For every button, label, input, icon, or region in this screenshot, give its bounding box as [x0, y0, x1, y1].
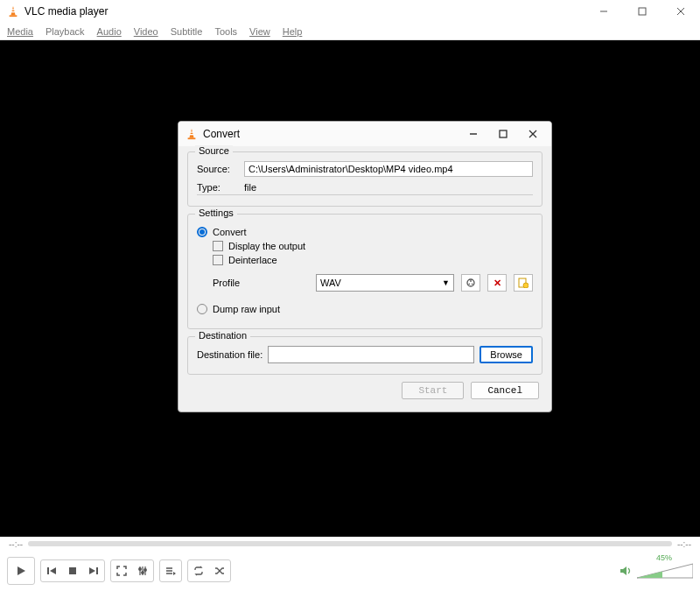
source-input[interactable] [244, 161, 533, 177]
svg-rect-32 [500, 130, 507, 137]
main-titlebar: VLC media player [0, 0, 700, 23]
display-output-label: Display the output [228, 241, 305, 251]
profile-label: Profile [213, 278, 309, 288]
browse-button[interactable]: Browse [480, 346, 533, 363]
svg-point-17 [139, 568, 142, 571]
prev-button[interactable] [43, 562, 60, 580]
start-button[interactable]: Start [402, 382, 464, 399]
source-group-title: Source [195, 145, 233, 156]
fullscreen-button[interactable] [113, 562, 130, 580]
settings-group: Settings Convert Display the output Dein… [187, 214, 542, 329]
next-button[interactable] [85, 562, 102, 580]
svg-marker-0 [10, 6, 15, 16]
minimize-button[interactable] [584, 0, 623, 23]
settings-group-title: Settings [195, 208, 237, 218]
dump-radio[interactable] [197, 304, 207, 314]
menu-media[interactable]: Media [7, 26, 33, 37]
dialog-close-button[interactable] [520, 124, 546, 144]
svg-point-37 [523, 283, 528, 288]
convert-radio-label: Convert [213, 227, 247, 237]
source-group: Source Source: Type: file [187, 151, 542, 207]
new-profile-button[interactable] [514, 274, 533, 292]
destination-label: Destination file: [197, 349, 262, 360]
menu-subtitle[interactable]: Subtitle [171, 26, 203, 37]
svg-point-18 [142, 572, 144, 574]
stop-button[interactable] [64, 562, 81, 580]
menu-tools[interactable]: Tools [214, 26, 237, 37]
svg-marker-23 [173, 572, 176, 575]
convert-radio[interactable] [197, 227, 207, 237]
chevron-down-icon: ▼ [442, 278, 450, 287]
x-icon: ✕ [494, 278, 501, 289]
time-elapsed: --:-- [9, 539, 23, 549]
type-label: Type: [197, 182, 239, 193]
menu-audio[interactable]: Audio [97, 26, 122, 37]
svg-rect-30 [190, 134, 193, 135]
svg-marker-27 [189, 129, 193, 138]
svg-rect-13 [96, 567, 98, 574]
convert-dialog: Convert Source Source: Type: file Settin… [178, 121, 552, 412]
maximize-button[interactable] [623, 0, 662, 23]
play-button[interactable] [7, 557, 35, 585]
svg-point-19 [144, 569, 147, 572]
svg-rect-5 [639, 8, 646, 15]
ext-settings-button[interactable] [134, 562, 151, 580]
svg-marker-8 [18, 566, 25, 575]
svg-marker-12 [89, 567, 95, 574]
volume-percent: 45% [656, 553, 672, 562]
deinterlace-label: Deinterlace [228, 255, 277, 265]
dialog-titlebar[interactable]: Convert [178, 122, 551, 146]
window-title: VLC media player [24, 5, 584, 18]
display-output-checkbox[interactable] [213, 241, 223, 251]
delete-profile-button[interactable]: ✕ [487, 274, 507, 292]
seek-slider[interactable] [28, 541, 672, 546]
source-label: Source: [197, 164, 239, 174]
loop-button[interactable] [190, 562, 207, 580]
profile-value: WAV [320, 278, 341, 288]
menu-help[interactable]: Help [283, 26, 303, 37]
vlc-icon [186, 128, 198, 140]
destination-group: Destination Destination file: Browse [187, 336, 542, 375]
playback-controls: 45% [0, 551, 700, 591]
close-button[interactable] [662, 0, 700, 23]
edit-profile-button[interactable] [461, 274, 480, 292]
menu-playback[interactable]: Playback [46, 26, 85, 37]
menu-video[interactable]: Video [134, 26, 158, 37]
profile-select[interactable]: WAV ▼ [316, 274, 454, 292]
svg-rect-28 [188, 137, 196, 139]
cancel-button[interactable]: Cancel [471, 382, 539, 399]
seek-row: --:-- --:-- [0, 537, 700, 551]
vlc-icon [7, 5, 19, 18]
dialog-maximize-button[interactable] [490, 124, 516, 144]
menubar: Media Playback Audio Video Subtitle Tool… [0, 23, 700, 40]
destination-group-title: Destination [195, 330, 250, 341]
shuffle-button[interactable] [211, 562, 228, 580]
type-value: file [244, 182, 256, 193]
speaker-icon[interactable] [620, 565, 634, 577]
svg-rect-1 [10, 15, 18, 17]
svg-rect-2 [11, 9, 15, 10]
time-total: --:-- [677, 539, 691, 549]
dialog-minimize-button[interactable] [460, 124, 486, 144]
svg-marker-10 [50, 567, 56, 574]
volume-slider[interactable] [637, 562, 693, 580]
svg-rect-29 [190, 131, 193, 132]
svg-rect-9 [47, 567, 49, 574]
playlist-button[interactable] [162, 562, 179, 580]
svg-rect-3 [11, 11, 15, 12]
svg-rect-11 [69, 567, 76, 574]
menu-view[interactable]: View [249, 26, 270, 37]
destination-input[interactable] [268, 346, 474, 363]
svg-marker-24 [620, 566, 626, 575]
dialog-title: Convert [203, 128, 460, 140]
dump-radio-label: Dump raw input [213, 304, 280, 314]
deinterlace-checkbox[interactable] [213, 255, 223, 265]
